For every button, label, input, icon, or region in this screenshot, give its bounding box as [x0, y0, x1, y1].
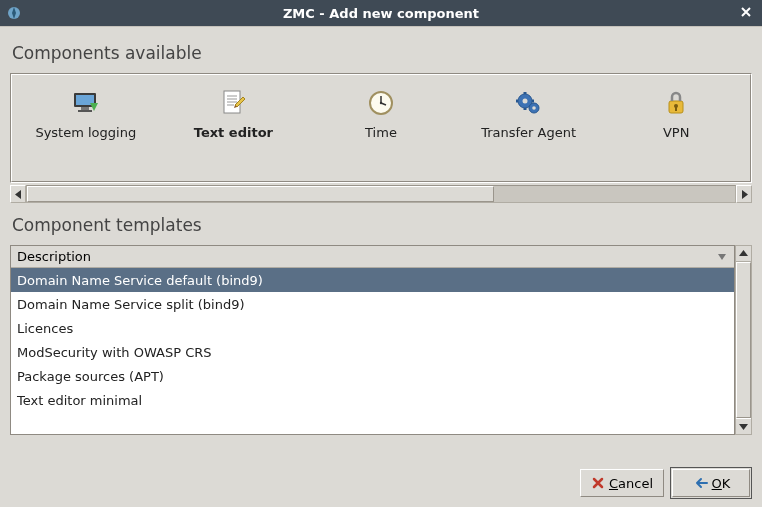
- sort-indicator-icon: [716, 250, 728, 262]
- component-transfer-agent[interactable]: Transfer Agent: [455, 83, 603, 144]
- templates-area: Description Domain Name Service default …: [10, 245, 752, 435]
- template-row[interactable]: ModSecurity with OWASP CRS: [11, 340, 734, 364]
- template-label: ModSecurity with OWASP CRS: [17, 345, 212, 360]
- scroll-up-button[interactable]: [736, 246, 751, 262]
- template-label: Domain Name Service default (bind9): [17, 273, 263, 288]
- svg-rect-4: [78, 110, 92, 112]
- component-label: Time: [365, 125, 397, 140]
- cancel-button[interactable]: Cancel: [580, 469, 664, 497]
- svg-rect-24: [675, 107, 677, 111]
- component-label: Transfer Agent: [481, 125, 576, 140]
- template-row[interactable]: Text editor minimal: [11, 388, 734, 412]
- template-row[interactable]: Domain Name Service split (bind9): [11, 292, 734, 316]
- svg-point-13: [380, 102, 382, 104]
- template-label: Package sources (APT): [17, 369, 164, 384]
- scroll-down-button[interactable]: [736, 418, 751, 434]
- scroll-right-button[interactable]: [736, 185, 752, 203]
- monitor-log-icon: [70, 87, 102, 119]
- document-edit-icon: [217, 87, 249, 119]
- dialog-button-bar: Cancel OK: [580, 469, 750, 497]
- app-icon: [6, 5, 22, 21]
- cancel-label: Cancel: [609, 476, 653, 491]
- templates-table: Description Domain Name Service default …: [10, 245, 735, 435]
- templates-header-description[interactable]: Description: [11, 246, 734, 268]
- components-list-box: System logging Text editor: [10, 73, 752, 183]
- title-bar: ZMC - Add new component: [0, 0, 762, 26]
- template-label: Domain Name Service split (bind9): [17, 297, 245, 312]
- close-button[interactable]: [738, 4, 754, 20]
- component-system-logging[interactable]: System logging: [12, 83, 160, 144]
- components-horizontal-scrollbar[interactable]: [10, 185, 752, 203]
- scroll-left-button[interactable]: [10, 185, 26, 203]
- template-label: Licences: [17, 321, 73, 336]
- components-available-heading: Components available: [0, 27, 762, 73]
- component-time[interactable]: Time: [307, 83, 455, 144]
- component-vpn[interactable]: VPN: [602, 83, 750, 144]
- component-label: System logging: [35, 125, 136, 140]
- ok-button[interactable]: OK: [672, 469, 750, 497]
- column-header-label: Description: [17, 249, 91, 264]
- scroll-thumb[interactable]: [736, 262, 751, 418]
- scroll-track[interactable]: [26, 185, 736, 203]
- component-templates-heading: Component templates: [0, 203, 762, 245]
- ok-label: OK: [712, 476, 731, 491]
- component-label: VPN: [663, 125, 689, 140]
- template-row[interactable]: Domain Name Service default (bind9): [11, 268, 734, 292]
- template-row[interactable]: Licences: [11, 316, 734, 340]
- clock-icon: [365, 87, 397, 119]
- templates-vertical-scrollbar[interactable]: [735, 245, 752, 435]
- lock-shield-icon: [660, 87, 692, 119]
- window-title: ZMC - Add new component: [283, 6, 479, 21]
- gears-icon: [513, 87, 545, 119]
- ok-icon: [692, 477, 708, 489]
- window-body: Components available System logging: [0, 26, 762, 507]
- component-label: Text editor: [194, 125, 273, 140]
- svg-rect-3: [81, 107, 89, 110]
- template-label: Text editor minimal: [17, 393, 142, 408]
- scroll-thumb[interactable]: [27, 186, 494, 202]
- template-row[interactable]: Package sources (APT): [11, 364, 734, 388]
- component-text-editor[interactable]: Text editor: [160, 83, 308, 144]
- svg-point-17: [532, 106, 536, 110]
- svg-point-16: [522, 99, 527, 104]
- cancel-icon: [591, 476, 605, 490]
- scroll-track[interactable]: [736, 262, 751, 418]
